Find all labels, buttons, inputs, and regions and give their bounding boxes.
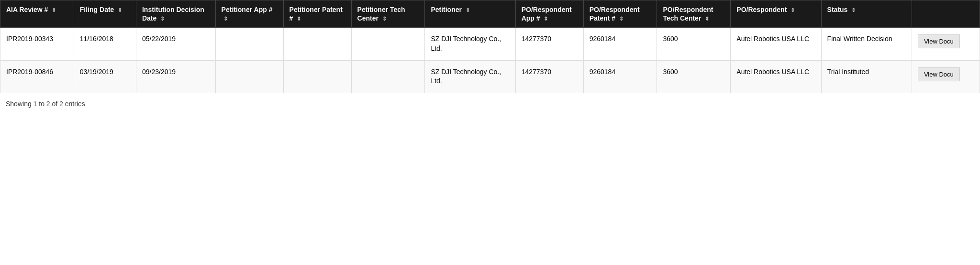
sort-icon-po-app: ⇕ (544, 15, 548, 22)
cell-petitioner-app (215, 60, 283, 93)
header-petitioner-patent[interactable]: Petitioner Patent # ⇕ (283, 0, 351, 28)
cell-petitioner: SZ DJI Technology Co., Ltd. (425, 60, 515, 93)
view-document-button[interactable]: View Docu (918, 34, 960, 48)
cell-petitioner: SZ DJI Technology Co., Ltd. (425, 28, 515, 60)
cell-status: Trial Instituted (821, 60, 912, 93)
sort-icon-po-tc: ⇕ (705, 15, 709, 22)
cell-po-respondent: Autel Robotics USA LLC (731, 60, 821, 93)
header-po-respondent[interactable]: PO/Respondent ⇕ (731, 0, 821, 28)
sort-icon-filing: ⇕ (118, 7, 122, 13)
cell-petitioner-patent (283, 28, 351, 60)
header-po-respondent-app[interactable]: PO/Respondent App # ⇕ (515, 0, 583, 28)
cell-po-respondent-patent: 9260184 (583, 60, 657, 93)
table-footer: Showing 1 to 2 of 2 entries (0, 93, 980, 114)
cell-status: Final Written Decision (821, 28, 912, 60)
cell-petitioner-tech-center (351, 28, 425, 60)
table-row: IPR2019-0084603/19/201909/23/2019SZ DJI … (0, 60, 980, 93)
aia-review-table: AIA Review # ⇕ Filing Date ⇕ Institution… (0, 0, 980, 114)
sort-icon-po-pat: ⇕ (619, 15, 624, 22)
cell-po-respondent-app: 14277370 (515, 60, 583, 93)
cell-institution-decision-date: 09/23/2019 (136, 60, 215, 93)
sort-icon-pet-tc: ⇕ (382, 15, 387, 22)
sort-icon-po-resp: ⇕ (791, 7, 795, 13)
cell-po-respondent-tech-center: 3600 (657, 60, 731, 93)
header-status[interactable]: Status ⇕ (821, 0, 912, 28)
header-po-respondent-tech-center[interactable]: PO/Respondent Tech Center ⇕ (657, 0, 731, 28)
header-petitioner-tech-center[interactable]: Petitioner Tech Center ⇕ (351, 0, 425, 28)
cell-petitioner-patent (283, 60, 351, 93)
cell-po-respondent-tech-center: 3600 (657, 28, 731, 60)
cell-petitioner-app (215, 28, 283, 60)
header-po-respondent-patent[interactable]: PO/Respondent Patent # ⇕ (583, 0, 657, 28)
header-action (912, 0, 980, 28)
cell-aia-review: IPR2019-00343 (0, 28, 74, 60)
cell-petitioner-tech-center (351, 60, 425, 93)
table-row: IPR2019-0034311/16/201805/22/2019SZ DJI … (0, 28, 980, 60)
header-aia-review[interactable]: AIA Review # ⇕ (0, 0, 74, 28)
cell-filing-date: 11/16/2018 (74, 28, 136, 60)
header-petitioner[interactable]: Petitioner ⇕ (425, 0, 515, 28)
sort-icon-petitioner: ⇕ (466, 7, 470, 13)
view-document-button[interactable]: View Docu (918, 67, 960, 81)
cell-institution-decision-date: 05/22/2019 (136, 28, 215, 60)
sort-icon-aia: ⇕ (52, 7, 56, 13)
cell-filing-date: 03/19/2019 (74, 60, 136, 93)
cell-action: View Docu (912, 28, 980, 60)
cell-po-respondent: Autel Robotics USA LLC (731, 28, 821, 60)
sort-icon-inst: ⇕ (160, 15, 165, 22)
sort-icon-status: ⇕ (851, 7, 856, 13)
cell-action: View Docu (912, 60, 980, 93)
header-petitioner-app[interactable]: Petitioner App # ⇕ (215, 0, 283, 28)
header-institution-decision-date[interactable]: Institution Decision Date ⇕ (136, 0, 215, 28)
cell-po-respondent-patent: 9260184 (583, 28, 657, 60)
cell-aia-review: IPR2019-00846 (0, 60, 74, 93)
cell-po-respondent-app: 14277370 (515, 28, 583, 60)
sort-icon-pet-app: ⇕ (223, 15, 228, 22)
sort-icon-pet-pat: ⇕ (297, 15, 301, 22)
header-filing-date[interactable]: Filing Date ⇕ (74, 0, 136, 28)
